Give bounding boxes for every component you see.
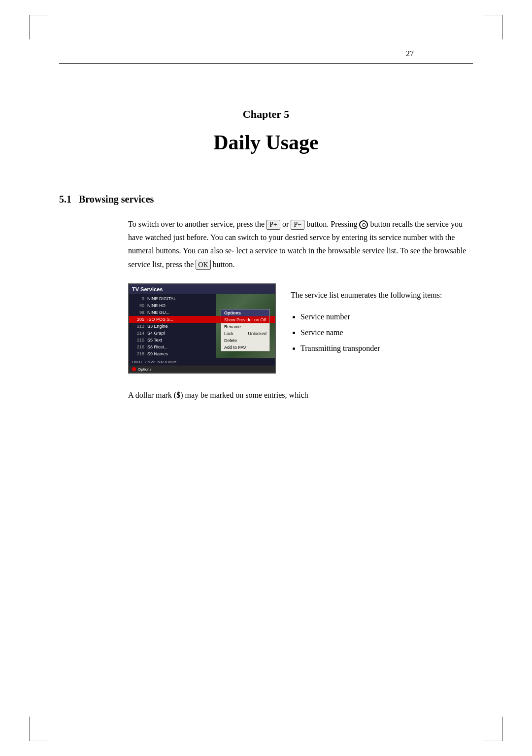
options-item-rename: Rename (221, 323, 269, 330)
tv-row-num: 205 (132, 317, 144, 322)
tv-row-num: 98 (132, 310, 144, 315)
page-number: 27 (406, 49, 414, 58)
tv-row-name: NINE HD (147, 303, 272, 308)
tv-row: 90 NINE HD (129, 302, 275, 309)
body-paragraph: To switch over to another service, press… (128, 217, 473, 271)
chapter-heading: Chapter 5 Daily Usage (0, 64, 532, 164)
tv-body: 9 NINE DIGITAL 90 NINE HD 98 NINE GU... (129, 294, 275, 358)
tv-row-name: S9 Names (147, 351, 272, 356)
options-item-value: Unlocked (248, 331, 266, 336)
border-corner-top-left (30, 15, 49, 39)
tv-row: 9 NINE DIGITAL (129, 295, 275, 302)
options-popup: Options Show Provider on Off Rename Lock… (221, 309, 270, 351)
border-corner-bottom-right (483, 717, 502, 741)
tv-row-num: 218 (132, 351, 144, 356)
options-item-label: Delete (224, 338, 237, 343)
options-popup-title: Options (221, 309, 269, 316)
chapter-title: Daily Usage (0, 131, 532, 154)
list-item: Service number (300, 309, 473, 325)
tv-footer: DVBT Ch 22 682.0 MHz (129, 358, 275, 366)
pminus-key: P− (291, 220, 304, 230)
tv-content-wrapper: TV Services 9 NINE DIGITAL 90 NINE HD 98 (129, 284, 275, 373)
border-corner-bottom-left (30, 717, 49, 741)
options-item-label: Lock (224, 331, 233, 336)
options-show-provider: Show Provider on Off (221, 316, 269, 323)
page: 27 Chapter 5 Daily Usage 5.1 Browsing se… (0, 0, 532, 756)
tv-row-num: 9 (132, 296, 144, 301)
options-item-label: Rename (224, 324, 241, 329)
red-dot-icon (132, 367, 136, 371)
options-item-lock: Lock Unlocked (221, 330, 269, 337)
section-title: Browsing services (79, 194, 154, 205)
chapter-label: Chapter 5 (0, 108, 532, 121)
tv-header: TV Services (129, 284, 275, 294)
tv-options-bar: Options (129, 366, 275, 373)
list-item: Service name (300, 325, 473, 341)
pplus-key: P+ (266, 220, 280, 230)
options-item-delete: Delete (221, 337, 269, 344)
tv-row-num: 213 (132, 324, 144, 329)
content-area: 5.1 Browsing services To switch over to … (59, 164, 473, 402)
section-heading: 5.1 Browsing services (59, 194, 473, 205)
ok-key: OK (196, 260, 210, 270)
options-item-label: Add to FAV (224, 345, 246, 350)
two-column-section: TV Services 9 NINE DIGITAL 90 NINE HD 98 (128, 283, 473, 374)
section-number: 5.1 (59, 194, 71, 205)
bottom-text: A dollar mark ($) may be marked on some … (128, 388, 473, 402)
page-header: 27 (59, 0, 473, 64)
dollar-mark: $ (176, 391, 180, 399)
tv-row-name: NINE DIGITAL (147, 296, 272, 301)
tv-screenshot: TV Services 9 NINE DIGITAL 90 NINE HD 98 (128, 283, 276, 374)
tv-row: 218 S9 Names (129, 350, 275, 357)
tv-row-num: 215 (132, 338, 144, 343)
tv-row-num: 90 (132, 303, 144, 308)
border-corner-top-right (483, 15, 502, 39)
options-bar-label: Options (138, 367, 152, 372)
list-intro: The service list enumerates the followin… (291, 288, 473, 302)
list-item: Transmitting transponder (300, 341, 473, 356)
back-button-icon: ⊙ (359, 220, 368, 229)
tv-row-num: 216 (132, 344, 144, 349)
tv-row-num: 214 (132, 331, 144, 336)
bullet-list-area: The service list enumerates the followin… (291, 283, 473, 356)
options-item-addfav: Add to FAV (221, 344, 269, 351)
bullet-list: Service number Service name Transmitting… (291, 309, 473, 356)
